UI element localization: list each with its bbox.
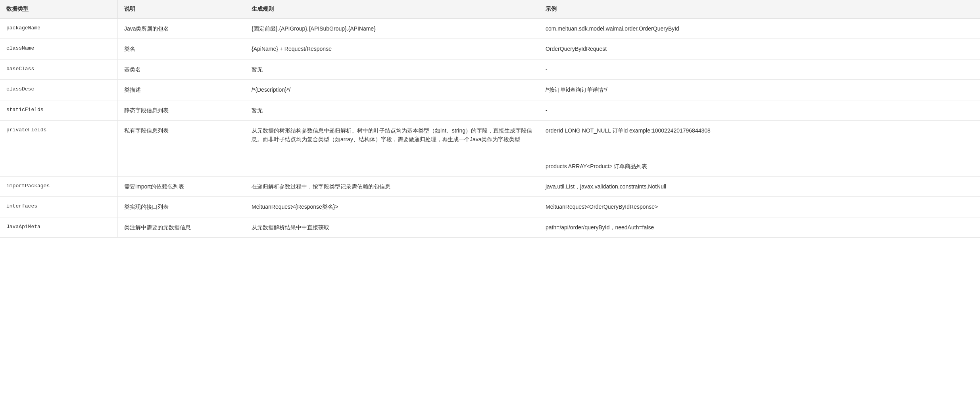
table-row: interfaces类实现的接口列表MeituanRequest<{Respon… — [0, 197, 980, 217]
cell-desc: 类名 — [117, 39, 245, 59]
cell-rule: 暂无 — [245, 100, 539, 120]
cell-example: - — [539, 59, 980, 79]
cell-example: orderId LONG NOT_NULL 订单id example:10002… — [539, 120, 980, 176]
cell-rule: /*{Description}*/ — [245, 80, 539, 100]
cell-example: path=/api/order/queryById，needAuth=false — [539, 217, 980, 237]
main-table-container: 数据类型 说明 生成规则 示例 packageNameJava类所属的包名{固定… — [0, 0, 980, 238]
cell-rule: 从元数据解析结果中中直接获取 — [245, 217, 539, 237]
cell-type: importPackages — [0, 176, 117, 196]
cell-type: JavaApiMeta — [0, 217, 117, 237]
cell-desc: 需要import的依赖包列表 — [117, 176, 245, 196]
cell-rule: MeituanRequest<{Response类名}> — [245, 197, 539, 217]
cell-desc: 静态字段信息列表 — [117, 100, 245, 120]
cell-rule: {ApiName} + Request/Response — [245, 39, 539, 59]
cell-example: MeituanRequest<OrderQueryByIdResponse> — [539, 197, 980, 217]
cell-desc: Java类所属的包名 — [117, 19, 245, 39]
header-desc: 说明 — [117, 0, 245, 19]
cell-example: OrderQueryByIdRequest — [539, 39, 980, 59]
table-row: privateFields私有字段信息列表从元数据的树形结构参数信息中递归解析。… — [0, 120, 980, 176]
table-row: packageNameJava类所属的包名{固定前缀}.{APIGroup}.{… — [0, 19, 980, 39]
cell-type: baseClass — [0, 59, 117, 79]
table-row: baseClass基类名暂无- — [0, 59, 980, 79]
cell-rule: 在递归解析参数过程中，按字段类型记录需依赖的包信息 — [245, 176, 539, 196]
cell-type: staticFields — [0, 100, 117, 120]
cell-desc: 基类名 — [117, 59, 245, 79]
data-table: 数据类型 说明 生成规则 示例 packageNameJava类所属的包名{固定… — [0, 0, 980, 238]
header-rule: 生成规则 — [245, 0, 539, 19]
cell-type: privateFields — [0, 120, 117, 176]
cell-example: com.meituan.sdk.model.waimai.order.Order… — [539, 19, 980, 39]
cell-desc: 类注解中需要的元数据信息 — [117, 217, 245, 237]
table-row: classDesc类描述/*{Description}*//*按订单id查询订单… — [0, 80, 980, 100]
cell-rule: 从元数据的树形结构参数信息中递归解析。树中的叶子结点均为基本类型（如int、st… — [245, 120, 539, 176]
cell-example: /*按订单id查询订单详情*/ — [539, 80, 980, 100]
cell-type: className — [0, 39, 117, 59]
cell-example: - — [539, 100, 980, 120]
table-row: className类名{ApiName} + Request/ResponseO… — [0, 39, 980, 59]
table-row: importPackages需要import的依赖包列表在递归解析参数过程中，按… — [0, 176, 980, 196]
header-type: 数据类型 — [0, 0, 117, 19]
cell-type: classDesc — [0, 80, 117, 100]
cell-desc: 类描述 — [117, 80, 245, 100]
table-row: JavaApiMeta类注解中需要的元数据信息从元数据解析结果中中直接获取pat… — [0, 217, 980, 237]
table-header-row: 数据类型 说明 生成规则 示例 — [0, 0, 980, 19]
header-example: 示例 — [539, 0, 980, 19]
cell-desc: 私有字段信息列表 — [117, 120, 245, 176]
cell-rule: {固定前缀}.{APIGroup}.{APISubGroup}.{APIName… — [245, 19, 539, 39]
cell-type: interfaces — [0, 197, 117, 217]
cell-rule: 暂无 — [245, 59, 539, 79]
cell-desc: 类实现的接口列表 — [117, 197, 245, 217]
cell-type: packageName — [0, 19, 117, 39]
cell-example: java.util.List，javax.validation.constrai… — [539, 176, 980, 196]
table-row: staticFields静态字段信息列表暂无- — [0, 100, 980, 120]
